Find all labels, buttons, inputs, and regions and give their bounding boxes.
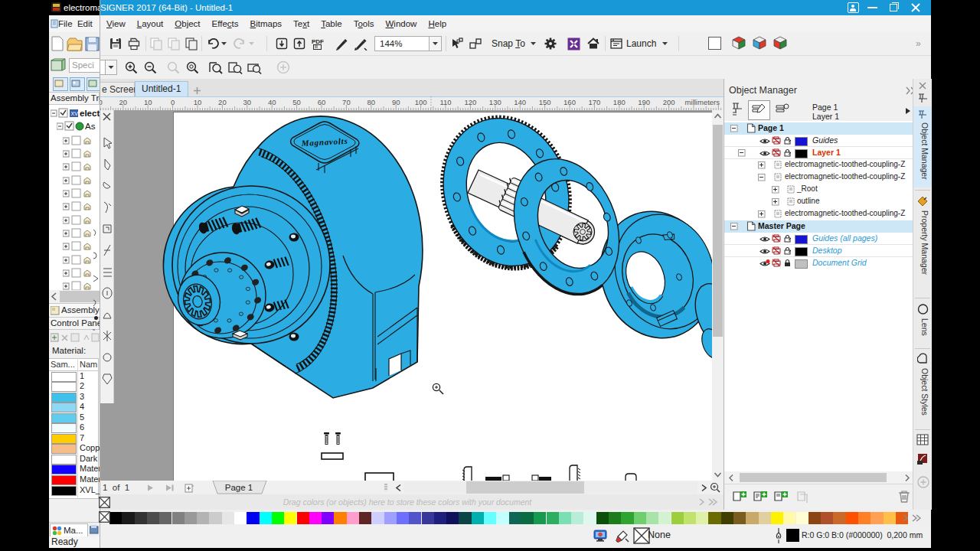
svg-text:20: 20 [119, 98, 128, 106]
svg-text:160: 160 [564, 98, 576, 106]
svg-text:10: 10 [144, 98, 152, 106]
svg-text:100: 100 [415, 98, 427, 106]
svg-text:40: 40 [268, 98, 276, 106]
svg-text:110: 110 [439, 98, 451, 106]
svg-text:200: 200 [663, 98, 675, 106]
svg-text:90: 90 [392, 98, 400, 106]
svg-text:190: 190 [638, 98, 650, 106]
svg-text:120: 120 [464, 98, 476, 106]
svg-text:Page 1: Page 1 [225, 483, 253, 492]
svg-text:10: 10 [194, 98, 202, 106]
svg-text:30: 30 [243, 98, 252, 106]
svg-text:80: 80 [368, 98, 376, 106]
svg-text:0: 0 [171, 98, 175, 106]
svg-text:130: 130 [489, 98, 501, 106]
svg-text:20: 20 [218, 98, 227, 106]
svg-text:60: 60 [318, 98, 326, 106]
svg-text:70: 70 [342, 98, 351, 106]
svg-text:50: 50 [292, 98, 301, 106]
svg-text:140: 140 [514, 98, 526, 106]
svg-text:150: 150 [539, 98, 551, 106]
svg-text:millimeters: millimeters [685, 98, 720, 106]
svg-text:180: 180 [613, 98, 626, 106]
svg-text:170: 170 [588, 98, 600, 106]
